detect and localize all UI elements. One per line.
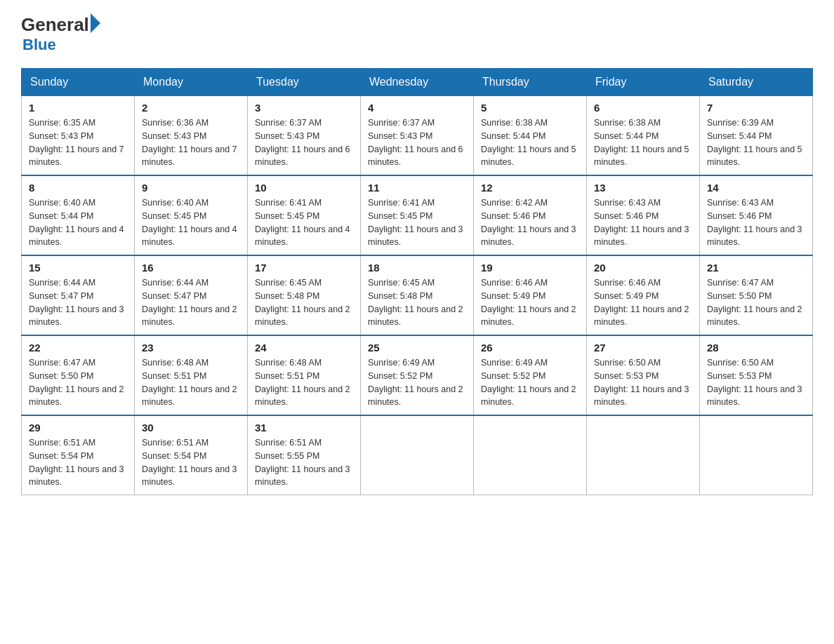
calendar-day-cell: 29Sunrise: 6:51 AMSunset: 5:54 PMDayligh… bbox=[22, 415, 135, 495]
day-number: 24 bbox=[255, 342, 353, 354]
calendar-table: SundayMondayTuesdayWednesdayThursdayFrid… bbox=[21, 68, 813, 495]
day-number: 9 bbox=[142, 182, 240, 194]
day-number: 17 bbox=[255, 262, 353, 274]
day-number: 5 bbox=[481, 102, 579, 114]
day-number: 6 bbox=[594, 102, 692, 114]
day-info: Sunrise: 6:38 AMSunset: 5:44 PMDaylight:… bbox=[481, 116, 579, 169]
day-number: 28 bbox=[707, 342, 805, 354]
calendar-day-cell: 3Sunrise: 6:37 AMSunset: 5:43 PMDaylight… bbox=[248, 96, 361, 176]
day-info: Sunrise: 6:51 AMSunset: 5:54 PMDaylight:… bbox=[29, 436, 127, 489]
logo-blue-text: Blue bbox=[22, 36, 56, 54]
calendar-day-cell: 12Sunrise: 6:42 AMSunset: 5:46 PMDayligh… bbox=[474, 175, 587, 255]
day-number: 16 bbox=[142, 262, 240, 274]
weekday-header-saturday: Saturday bbox=[700, 69, 813, 96]
day-info: Sunrise: 6:41 AMSunset: 5:45 PMDaylight:… bbox=[368, 196, 466, 249]
calendar-day-cell: 31Sunrise: 6:51 AMSunset: 5:55 PMDayligh… bbox=[248, 415, 361, 495]
day-info: Sunrise: 6:50 AMSunset: 5:53 PMDaylight:… bbox=[594, 356, 692, 409]
day-number: 2 bbox=[142, 102, 240, 114]
calendar-day-cell: 5Sunrise: 6:38 AMSunset: 5:44 PMDaylight… bbox=[474, 96, 587, 176]
calendar-day-cell: 10Sunrise: 6:41 AMSunset: 5:45 PMDayligh… bbox=[248, 175, 361, 255]
calendar-day-cell: 26Sunrise: 6:49 AMSunset: 5:52 PMDayligh… bbox=[474, 335, 587, 415]
weekday-header-friday: Friday bbox=[587, 69, 700, 96]
calendar-day-cell: 22Sunrise: 6:47 AMSunset: 5:50 PMDayligh… bbox=[22, 335, 135, 415]
day-number: 22 bbox=[29, 342, 127, 354]
day-info: Sunrise: 6:48 AMSunset: 5:51 PMDaylight:… bbox=[142, 356, 240, 409]
day-info: Sunrise: 6:51 AMSunset: 5:54 PMDaylight:… bbox=[142, 436, 240, 489]
calendar-day-cell: 2Sunrise: 6:36 AMSunset: 5:43 PMDaylight… bbox=[135, 96, 248, 176]
day-number: 11 bbox=[368, 182, 466, 194]
calendar-day-cell: 30Sunrise: 6:51 AMSunset: 5:54 PMDayligh… bbox=[135, 415, 248, 495]
calendar-day-cell: 11Sunrise: 6:41 AMSunset: 5:45 PMDayligh… bbox=[361, 175, 474, 255]
day-number: 3 bbox=[255, 102, 353, 114]
calendar-day-cell: 15Sunrise: 6:44 AMSunset: 5:47 PMDayligh… bbox=[22, 255, 135, 335]
day-number: 14 bbox=[707, 182, 805, 194]
calendar-day-cell: 13Sunrise: 6:43 AMSunset: 5:46 PMDayligh… bbox=[587, 175, 700, 255]
day-number: 29 bbox=[29, 422, 127, 434]
calendar-day-cell: 17Sunrise: 6:45 AMSunset: 5:48 PMDayligh… bbox=[248, 255, 361, 335]
day-info: Sunrise: 6:46 AMSunset: 5:49 PMDaylight:… bbox=[481, 276, 579, 329]
day-number: 13 bbox=[594, 182, 692, 194]
day-info: Sunrise: 6:47 AMSunset: 5:50 PMDaylight:… bbox=[29, 356, 127, 409]
calendar-week-row: 1Sunrise: 6:35 AMSunset: 5:43 PMDaylight… bbox=[22, 96, 813, 176]
calendar-day-cell: 25Sunrise: 6:49 AMSunset: 5:52 PMDayligh… bbox=[361, 335, 474, 415]
day-info: Sunrise: 6:36 AMSunset: 5:43 PMDaylight:… bbox=[142, 116, 240, 169]
day-number: 21 bbox=[707, 262, 805, 274]
day-number: 18 bbox=[368, 262, 466, 274]
day-number: 7 bbox=[707, 102, 805, 114]
logo-triangle-icon bbox=[91, 13, 100, 33]
day-info: Sunrise: 6:45 AMSunset: 5:48 PMDaylight:… bbox=[368, 276, 466, 329]
calendar-day-cell: 8Sunrise: 6:40 AMSunset: 5:44 PMDaylight… bbox=[22, 175, 135, 255]
weekday-header-sunday: Sunday bbox=[22, 69, 135, 96]
day-info: Sunrise: 6:39 AMSunset: 5:44 PMDaylight:… bbox=[707, 116, 805, 169]
day-number: 20 bbox=[594, 262, 692, 274]
day-info: Sunrise: 6:46 AMSunset: 5:49 PMDaylight:… bbox=[594, 276, 692, 329]
calendar-day-cell: 24Sunrise: 6:48 AMSunset: 5:51 PMDayligh… bbox=[248, 335, 361, 415]
calendar-day-cell: 23Sunrise: 6:48 AMSunset: 5:51 PMDayligh… bbox=[135, 335, 248, 415]
day-number: 25 bbox=[368, 342, 466, 354]
day-info: Sunrise: 6:45 AMSunset: 5:48 PMDaylight:… bbox=[255, 276, 353, 329]
calendar-day-cell bbox=[587, 415, 700, 495]
day-number: 12 bbox=[481, 182, 579, 194]
weekday-header-tuesday: Tuesday bbox=[248, 69, 361, 96]
day-info: Sunrise: 6:41 AMSunset: 5:45 PMDaylight:… bbox=[255, 196, 353, 249]
calendar-week-row: 22Sunrise: 6:47 AMSunset: 5:50 PMDayligh… bbox=[22, 335, 813, 415]
day-info: Sunrise: 6:48 AMSunset: 5:51 PMDaylight:… bbox=[255, 356, 353, 409]
calendar-day-cell: 14Sunrise: 6:43 AMSunset: 5:46 PMDayligh… bbox=[700, 175, 813, 255]
calendar-day-cell: 27Sunrise: 6:50 AMSunset: 5:53 PMDayligh… bbox=[587, 335, 700, 415]
calendar-day-cell: 19Sunrise: 6:46 AMSunset: 5:49 PMDayligh… bbox=[474, 255, 587, 335]
day-info: Sunrise: 6:49 AMSunset: 5:52 PMDaylight:… bbox=[368, 356, 466, 409]
day-number: 31 bbox=[255, 422, 353, 434]
day-info: Sunrise: 6:49 AMSunset: 5:52 PMDaylight:… bbox=[481, 356, 579, 409]
day-info: Sunrise: 6:47 AMSunset: 5:50 PMDaylight:… bbox=[707, 276, 805, 329]
calendar-day-cell: 9Sunrise: 6:40 AMSunset: 5:45 PMDaylight… bbox=[135, 175, 248, 255]
calendar-week-row: 15Sunrise: 6:44 AMSunset: 5:47 PMDayligh… bbox=[22, 255, 813, 335]
day-number: 8 bbox=[29, 182, 127, 194]
day-info: Sunrise: 6:44 AMSunset: 5:47 PMDaylight:… bbox=[142, 276, 240, 329]
page-header: General Blue bbox=[21, 14, 813, 54]
logo: General Blue bbox=[21, 14, 100, 54]
day-info: Sunrise: 6:50 AMSunset: 5:53 PMDaylight:… bbox=[707, 356, 805, 409]
day-info: Sunrise: 6:35 AMSunset: 5:43 PMDaylight:… bbox=[29, 116, 127, 169]
day-info: Sunrise: 6:44 AMSunset: 5:47 PMDaylight:… bbox=[29, 276, 127, 329]
day-info: Sunrise: 6:37 AMSunset: 5:43 PMDaylight:… bbox=[368, 116, 466, 169]
day-number: 10 bbox=[255, 182, 353, 194]
day-info: Sunrise: 6:40 AMSunset: 5:45 PMDaylight:… bbox=[142, 196, 240, 249]
logo-general-text: General bbox=[21, 14, 89, 36]
weekday-header-wednesday: Wednesday bbox=[361, 69, 474, 96]
calendar-day-cell: 20Sunrise: 6:46 AMSunset: 5:49 PMDayligh… bbox=[587, 255, 700, 335]
calendar-day-cell: 7Sunrise: 6:39 AMSunset: 5:44 PMDaylight… bbox=[700, 96, 813, 176]
day-number: 26 bbox=[481, 342, 579, 354]
day-number: 4 bbox=[368, 102, 466, 114]
day-number: 27 bbox=[594, 342, 692, 354]
calendar-day-cell: 16Sunrise: 6:44 AMSunset: 5:47 PMDayligh… bbox=[135, 255, 248, 335]
calendar-day-cell: 4Sunrise: 6:37 AMSunset: 5:43 PMDaylight… bbox=[361, 96, 474, 176]
day-info: Sunrise: 6:42 AMSunset: 5:46 PMDaylight:… bbox=[481, 196, 579, 249]
calendar-day-cell: 18Sunrise: 6:45 AMSunset: 5:48 PMDayligh… bbox=[361, 255, 474, 335]
weekday-header-row: SundayMondayTuesdayWednesdayThursdayFrid… bbox=[22, 69, 813, 96]
day-info: Sunrise: 6:51 AMSunset: 5:55 PMDaylight:… bbox=[255, 436, 353, 489]
day-info: Sunrise: 6:38 AMSunset: 5:44 PMDaylight:… bbox=[594, 116, 692, 169]
calendar-day-cell: 6Sunrise: 6:38 AMSunset: 5:44 PMDaylight… bbox=[587, 96, 700, 176]
weekday-header-monday: Monday bbox=[135, 69, 248, 96]
day-number: 19 bbox=[481, 262, 579, 274]
day-number: 1 bbox=[29, 102, 127, 114]
